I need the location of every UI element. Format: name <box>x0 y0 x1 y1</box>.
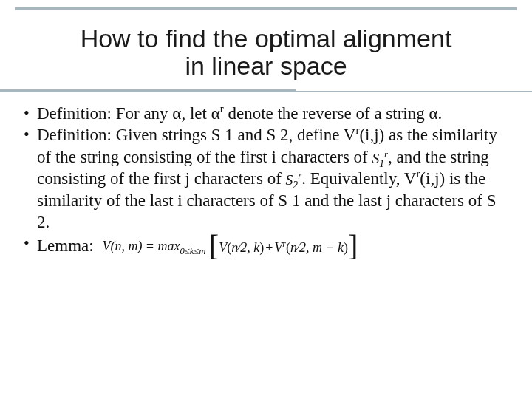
math-s2r: S2r <box>286 172 302 188</box>
den: 2 <box>299 240 306 255</box>
title-line-2: in linear space <box>185 52 347 80</box>
bullet-2: Definition: Given strings S 1 and S 2, d… <box>24 124 508 233</box>
Vr: V <box>274 240 282 255</box>
num: n <box>290 240 297 255</box>
plus: + <box>265 239 273 256</box>
lemma-equation: V(n, m) = max0≤k≤m [ V(n⁄2, k) + Vr(n⁄2,… <box>102 233 358 262</box>
top-rule <box>15 7 517 10</box>
text: denote the reverse of a string α. <box>224 104 443 123</box>
left-bracket: [ <box>209 231 219 261</box>
lemma-term-1: V(n⁄2, k) <box>219 239 264 256</box>
slide: How to find the optimal alignment in lin… <box>0 7 532 399</box>
lemma-label: Lemma: <box>37 237 94 256</box>
text: Definition: Given strings S 1 and S 2, d… <box>37 126 355 144</box>
content-area: Definition: For any α, let αr denote the… <box>0 88 532 263</box>
bullet-list: Definition: For any α, let αr denote the… <box>24 103 508 263</box>
lemma-sub: 0≤k≤m <box>180 246 206 256</box>
bullet-3: Lemma: V(n, m) = max0≤k≤m [ V(n⁄2, k) + … <box>24 233 508 262</box>
lemma-bracket: [ V(n⁄2, k) + Vr(n⁄2, m − k) ] <box>209 233 358 262</box>
title-area: How to find the optimal alignment in lin… <box>15 12 517 88</box>
argk: , m − k <box>306 240 344 255</box>
V: V <box>219 240 227 255</box>
argk: , k <box>247 240 259 255</box>
right-bracket: ] <box>348 231 358 261</box>
lemma-lhs: V(n, m) = max <box>102 239 180 254</box>
title-underline-accent <box>0 89 296 92</box>
bullet-1: Definition: For any α, let αr denote the… <box>24 103 508 124</box>
den: 2 <box>240 240 247 255</box>
text: Definition: For any α, let α <box>37 104 220 123</box>
num: n <box>231 240 238 255</box>
math-s1r: S1r <box>372 151 389 166</box>
text: . Equivalently, V <box>301 169 416 188</box>
lemma-term-2: Vr(n⁄2, m − k) <box>274 239 348 256</box>
title-line-1: How to find the optimal alignment <box>81 24 452 52</box>
slide-title: How to find the optimal alignment in lin… <box>15 25 517 81</box>
